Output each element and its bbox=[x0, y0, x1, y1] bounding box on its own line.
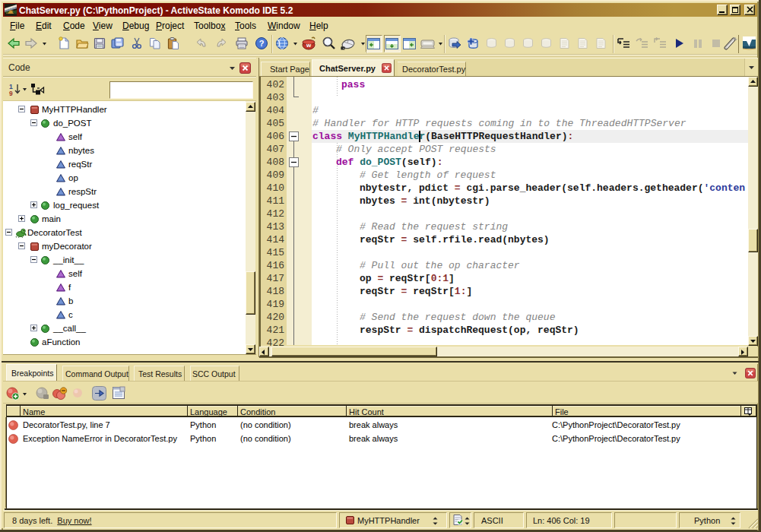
svg-text:w: w bbox=[306, 42, 312, 49]
svg-text:9: 9 bbox=[9, 90, 13, 97]
svg-text:?: ? bbox=[259, 39, 265, 48]
